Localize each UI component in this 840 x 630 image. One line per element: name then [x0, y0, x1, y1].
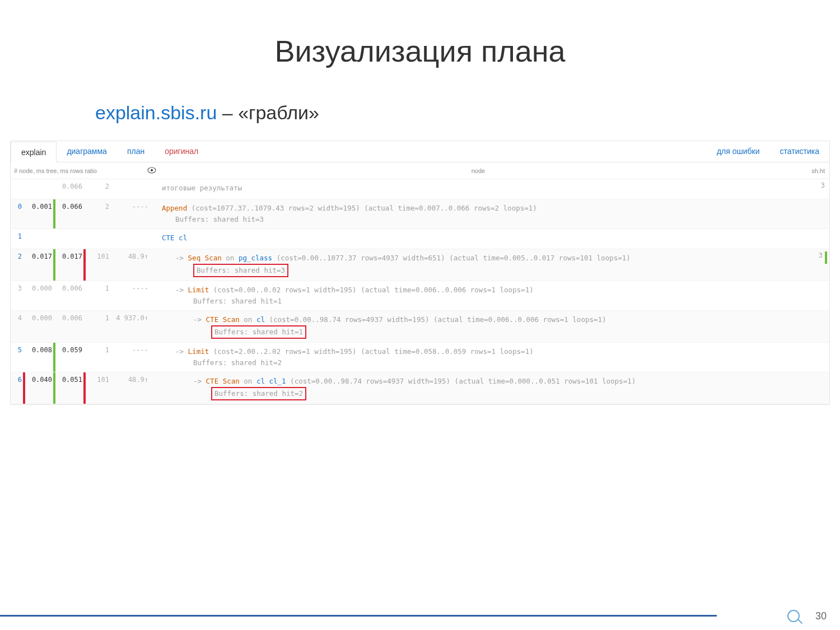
tab-stats[interactable]: статистика: [770, 141, 829, 162]
tab-plan[interactable]: план: [117, 141, 155, 162]
plan-row: 6 0.040 0.051 101 48.9↑ -> CTE Scan on c…: [11, 372, 829, 404]
column-header: # node, ms tree, ms rows ratio node sh.h…: [11, 162, 829, 179]
plan-row: 5 0.008 0.059 1 ---- -> Limit (cost=2.00…: [11, 343, 829, 372]
svg-point-1: [151, 169, 153, 171]
page-number: 30: [815, 610, 827, 622]
tab-diagram[interactable]: диаграмма: [57, 141, 117, 162]
subtitle-tail: – «грабли»: [217, 102, 319, 123]
tab-error[interactable]: для ошибки: [707, 141, 770, 162]
plan-row: 4 0.000 0.006 1 4 937.0↑ -> CTE Scan on …: [11, 311, 829, 343]
hdr-node: node: [158, 167, 798, 174]
explain-panel: explain диаграмма план оригинал для ошиб…: [10, 141, 830, 405]
tab-explain[interactable]: explain: [11, 142, 57, 162]
tab-original[interactable]: оригинал: [155, 141, 208, 162]
tab-bar: explain диаграмма план оригинал для ошиб…: [11, 141, 829, 162]
hdr-shht: sh.ht: [798, 167, 829, 174]
buffers-highlight: Buffers: shared hit=1: [211, 325, 306, 339]
plan-row: 1 CTE cl: [11, 229, 829, 249]
footer-rule: [0, 615, 717, 617]
plan-row: 2 0.017 0.017 101 48.9↑ -> Seq Scan on p…: [11, 249, 829, 281]
buffers-highlight: Buffers: shared hit=3: [193, 264, 288, 277]
sh-bar: [825, 251, 827, 264]
eye-icon[interactable]: [145, 167, 158, 175]
plan-row-summary: 0.066 2 итоговые результаты 3: [11, 179, 829, 199]
magnifier-icon: [787, 610, 800, 622]
explain-link[interactable]: explain.sbis.ru: [95, 102, 217, 123]
slide-title: Визуализация плана: [0, 34, 840, 68]
buffers-highlight: Buffers: shared hit=2: [211, 387, 306, 400]
plan-row: 3 0.000 0.006 1 ---- -> Limit (cost=0.00…: [11, 281, 829, 311]
hdr-left: # node, ms tree, ms rows ratio: [11, 167, 145, 174]
slide-subtitle: explain.sbis.ru – «грабли»: [95, 102, 840, 124]
plan-row: 0 0.001 0.066 2 ---- Append (cost=1077.3…: [11, 199, 829, 229]
